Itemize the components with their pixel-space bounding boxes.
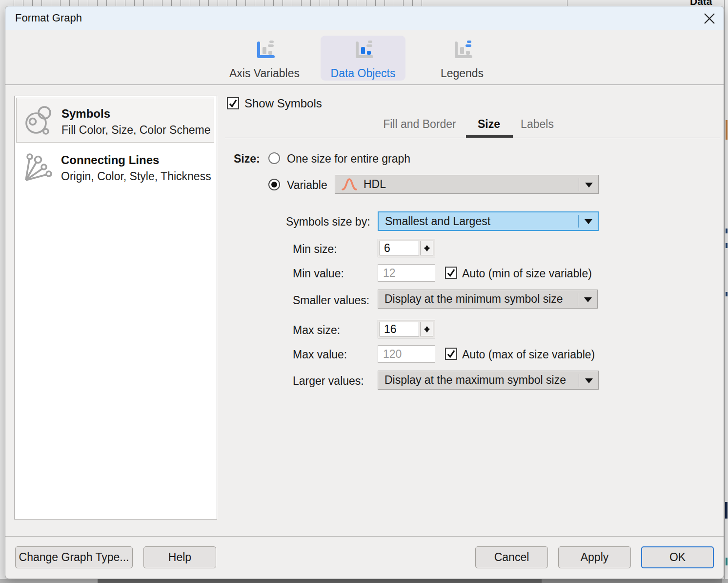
change-graph-type-button[interactable]: Change Graph Type... (15, 546, 133, 568)
max-auto-checkbox[interactable] (445, 348, 457, 360)
tab-label: Legends (441, 67, 484, 80)
tab-axis-variables[interactable]: Axis Variables (218, 36, 311, 81)
background-artifact (726, 558, 728, 565)
sidebar-item-symbols[interactable]: Symbols Fill Color, Size, Color Scheme (16, 98, 214, 143)
background-bottom-bar (0, 579, 728, 583)
max-size-input[interactable] (380, 322, 419, 336)
max-value-label: Max value: (293, 348, 347, 361)
sidebar-item-title: Connecting Lines (61, 153, 159, 167)
continuous-variable-curve-icon (342, 178, 357, 191)
spin-down-icon[interactable] (421, 248, 433, 255)
axis-variables-icon (253, 40, 276, 64)
background-right-strip (725, 0, 728, 583)
smaller-values-dropdown[interactable]: Display at the minimum symbol size (378, 290, 598, 309)
variable-label[interactable]: Variable (287, 179, 327, 191)
symbols-size-by-dropdown[interactable]: Smallest and Largest (378, 211, 599, 231)
max-size-label: Max size: (293, 324, 340, 336)
ok-button[interactable]: OK (641, 546, 714, 568)
tab-size[interactable]: Size (478, 118, 500, 131)
min-value-input[interactable] (378, 264, 435, 282)
connecting-lines-icon (22, 151, 54, 183)
divider (5, 84, 724, 85)
format-graph-dialog: Format Graph Axis Variables (5, 6, 724, 579)
tab-data-objects[interactable]: Data Objects (321, 36, 405, 81)
symbols-bubbles-icon (22, 104, 55, 137)
dialog-title: Format Graph (15, 6, 82, 30)
larger-values-label: Larger values: (293, 375, 364, 387)
sidebar-item-connecting-lines[interactable]: Connecting Lines Origin, Color, Style, T… (16, 145, 214, 189)
cancel-button[interactable]: Cancel (475, 546, 548, 568)
symbols-size-by-value: Smallest and Largest (379, 215, 578, 228)
screen: Data Format Graph (0, 0, 728, 583)
one-size-label[interactable]: One size for entire graph (287, 152, 410, 165)
tab-label: Axis Variables (229, 67, 300, 80)
max-value-input[interactable] (378, 345, 435, 363)
sidebar-item-subtitle: Fill Color, Size, Color Scheme (61, 124, 211, 137)
min-value-label: Min value: (293, 267, 344, 280)
smaller-values-value: Display at the minimum symbol size (378, 292, 578, 306)
max-size-stepper (378, 320, 435, 338)
divider (5, 536, 724, 537)
min-size-input[interactable] (380, 241, 419, 255)
spin-down-icon[interactable] (421, 329, 433, 336)
chevron-down-icon (579, 178, 598, 191)
sidebar-item-subtitle: Origin, Color, Style, Thickness (61, 170, 211, 183)
help-button[interactable]: Help (143, 546, 216, 568)
size-section-label: Size: (234, 152, 260, 165)
show-symbols-checkbox[interactable] (227, 97, 239, 109)
min-auto-checkbox[interactable] (445, 267, 457, 279)
sidebar-item-title: Symbols (61, 107, 110, 121)
min-size-label: Min size: (293, 243, 337, 255)
background-column-divider (567, 0, 567, 6)
legends-icon (451, 40, 473, 64)
chevron-down-icon (579, 214, 598, 228)
variable-dropdown-value: HDL (357, 178, 579, 191)
smaller-values-label: Smaller values: (293, 294, 369, 307)
larger-values-value: Display at the maximum symbol size (378, 374, 579, 387)
larger-values-dropdown[interactable]: Display at the maximum symbol size (378, 371, 599, 390)
tab-label: Data Objects (331, 67, 396, 80)
show-symbols-label[interactable]: Show Symbols (244, 97, 322, 110)
background-artifact (726, 120, 728, 140)
min-size-stepper (378, 239, 435, 257)
background-artifact (726, 229, 728, 233)
background-right-border (724, 0, 725, 583)
background-artifact (726, 243, 728, 248)
title-bar: Format Graph (5, 6, 724, 30)
tab-labels[interactable]: Labels (521, 118, 554, 131)
background-column-ruler (14, 0, 423, 6)
max-auto-label[interactable]: Auto (max of size variable) (462, 348, 595, 361)
min-auto-label[interactable]: Auto (min of size variable) (462, 267, 592, 280)
chevron-down-icon (578, 292, 597, 306)
tab-legends[interactable]: Legends (424, 36, 500, 81)
variable-radio[interactable] (268, 179, 280, 190)
tab-fill-and-border[interactable]: Fill and Border (383, 118, 456, 131)
data-objects-icon (352, 40, 374, 64)
close-icon[interactable] (701, 10, 718, 27)
background-artifact (726, 292, 728, 296)
one-size-radio[interactable] (268, 152, 280, 164)
sidebar: Symbols Fill Color, Size, Color Scheme (14, 96, 217, 520)
apply-button[interactable]: Apply (558, 546, 631, 568)
variable-dropdown[interactable]: HDL (335, 175, 599, 194)
symbols-size-by-label: Symbols size by: (286, 215, 370, 228)
chevron-down-icon (579, 374, 598, 387)
background-artifact (725, 502, 728, 519)
divider (225, 138, 720, 138)
